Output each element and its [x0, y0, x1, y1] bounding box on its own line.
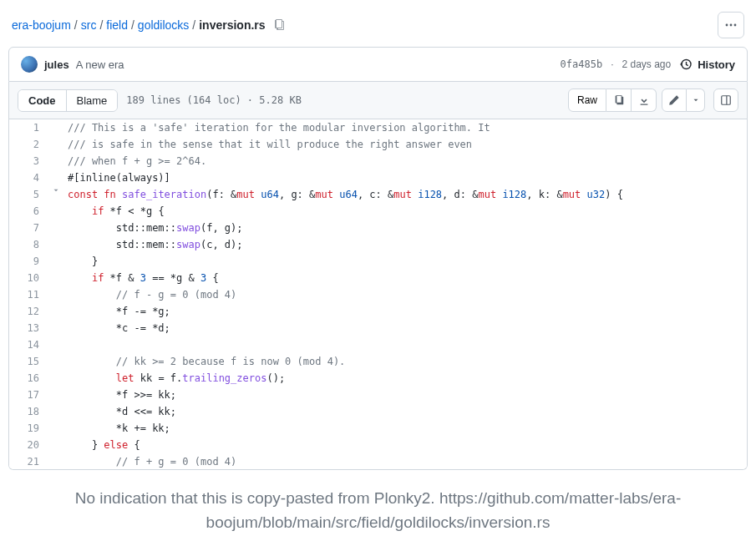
line-number[interactable]: 6 — [9, 203, 49, 220]
code-content: let kk = f.trailing_zeros(); — [63, 370, 747, 387]
breadcrumb-repo[interactable]: era-boojum — [12, 18, 71, 32]
svg-rect-4 — [722, 96, 731, 105]
commit-age: 2 days ago — [622, 58, 671, 70]
line-number[interactable]: 13 — [9, 320, 49, 336]
line-number[interactable]: 7 — [9, 220, 49, 236]
code-content: if *f < *g { — [63, 203, 747, 220]
line-number[interactable]: 17 — [9, 387, 49, 403]
line-number[interactable]: 9 — [9, 253, 49, 270]
code-content: if *f & 3 == *g & 3 { — [63, 270, 747, 286]
breadcrumb-src[interactable]: src — [81, 18, 97, 32]
code-line[interactable]: 18 *d <<= kk; — [9, 403, 747, 420]
line-number[interactable]: 19 — [9, 420, 49, 437]
code-tab[interactable]: Code — [18, 90, 66, 111]
breadcrumb-file: inversion.rs — [199, 18, 265, 32]
more-menu-button[interactable] — [718, 12, 744, 38]
code-content: const fn safe_iteration(f: &mut u64, g: … — [63, 186, 747, 203]
line-number[interactable]: 14 — [9, 336, 49, 353]
edit-file-icon[interactable] — [662, 88, 687, 112]
code-line[interactable]: 12 *f -= *g; — [9, 303, 747, 320]
line-number[interactable]: 2 — [9, 136, 49, 153]
code-content: } — [63, 253, 747, 270]
line-number[interactable]: 11 — [9, 286, 49, 303]
code-content: *d <<= kk; — [63, 403, 747, 420]
line-number[interactable]: 18 — [9, 403, 49, 420]
breadcrumb: era-boojum / src / field / goldilocks / … — [12, 18, 286, 32]
code-content: #[inline(always)] — [63, 169, 747, 186]
line-number[interactable]: 3 — [9, 153, 49, 169]
code-content: *f >>= kk; — [63, 387, 747, 403]
view-toggle: Code Blame — [18, 89, 118, 112]
code-line[interactable]: 4#[inline(always)] — [9, 169, 747, 186]
line-number[interactable]: 4 — [9, 169, 49, 186]
code-viewer[interactable]: 1/// This is a 'safe' iteration for the … — [8, 119, 748, 470]
code-line[interactable]: 15 // kk >= 2 because f is now 0 (mod 4)… — [9, 353, 747, 370]
raw-button[interactable]: Raw — [568, 88, 606, 112]
line-number[interactable]: 5 — [9, 186, 49, 203]
breadcrumb-goldilocks[interactable]: goldilocks — [138, 18, 189, 32]
code-content: // f + g = 0 (mod 4) — [63, 453, 747, 470]
line-number[interactable]: 16 — [9, 370, 49, 387]
copy-raw-icon[interactable] — [606, 88, 632, 112]
history-label: History — [698, 58, 735, 71]
code-line[interactable]: 6 if *f < *g { — [9, 203, 747, 220]
commit-author[interactable]: jules — [44, 58, 69, 71]
breadcrumb-sep: / — [74, 18, 78, 32]
code-line[interactable]: 16 let kk = f.trailing_zeros(); — [9, 370, 747, 387]
blame-tab[interactable]: Blame — [66, 90, 118, 111]
breadcrumb-sep: / — [99, 18, 103, 32]
code-line[interactable]: 2/// is safe in the sense that it will p… — [9, 136, 747, 153]
code-content: *k += kk; — [63, 420, 747, 437]
line-number[interactable]: 12 — [9, 303, 49, 320]
line-number[interactable]: 20 — [9, 437, 49, 453]
code-line[interactable]: 19 *k += kk; — [9, 420, 747, 437]
code-content: /// This is a 'safe' iteration for the m… — [63, 119, 747, 136]
file-toolbar: Code Blame 189 lines (164 loc) · 5.28 KB… — [8, 82, 748, 119]
code-line[interactable]: 21 // f + g = 0 (mod 4) — [9, 453, 747, 470]
code-line[interactable]: 3/// when f + g >= 2^64. — [9, 153, 747, 169]
line-number[interactable]: 15 — [9, 353, 49, 370]
code-line[interactable]: 10 if *f & 3 == *g & 3 { — [9, 270, 747, 286]
latest-commit-bar: jules A new era 0fa485b · 2 days ago His… — [8, 47, 748, 82]
code-line[interactable]: 20 } else { — [9, 437, 747, 453]
svg-point-0 — [726, 24, 728, 27]
code-content: std::mem::swap(f, g); — [63, 220, 747, 236]
code-line[interactable]: 1/// This is a 'safe' iteration for the … — [9, 119, 747, 136]
fold-chevron-icon[interactable] — [49, 186, 63, 195]
code-line[interactable]: 9 } — [9, 253, 747, 270]
code-content: std::mem::swap(c, d); — [63, 236, 747, 253]
code-content: *f -= *g; — [63, 303, 747, 320]
code-content: /// is safe in the sense that it will pr… — [63, 136, 747, 153]
breadcrumb-sep: / — [131, 18, 134, 32]
caption-text: No indication that this is copy-pasted f… — [8, 470, 748, 536]
line-number[interactable]: 10 — [9, 270, 49, 286]
code-line[interactable]: 14 — [9, 336, 747, 353]
breadcrumb-field[interactable]: field — [106, 18, 128, 32]
code-content: } else { — [63, 437, 747, 453]
code-line[interactable]: 17 *f >>= kk; — [9, 387, 747, 403]
line-number[interactable]: 1 — [9, 119, 49, 136]
code-line[interactable]: 11 // f - g = 0 (mod 4) — [9, 286, 747, 303]
line-number[interactable]: 8 — [9, 236, 49, 253]
download-raw-icon[interactable] — [632, 88, 657, 112]
code-content: // f - g = 0 (mod 4) — [63, 286, 747, 303]
code-line[interactable]: 7 std::mem::swap(f, g); — [9, 220, 747, 236]
svg-point-1 — [730, 24, 733, 27]
code-line[interactable]: 8 std::mem::swap(c, d); — [9, 236, 747, 253]
code-line[interactable]: 5const fn safe_iteration(f: &mut u64, g:… — [9, 186, 747, 203]
avatar[interactable] — [21, 56, 38, 73]
commit-dot: · — [611, 58, 613, 70]
code-line[interactable]: 13 *c -= *d; — [9, 320, 747, 336]
edit-menu-caret-icon[interactable] — [687, 88, 705, 112]
symbols-panel-icon[interactable] — [713, 88, 738, 112]
svg-point-2 — [734, 24, 737, 27]
breadcrumb-sep: / — [192, 18, 195, 32]
file-info: 189 lines (164 loc) · 5.28 KB — [126, 94, 302, 106]
line-number[interactable]: 21 — [9, 453, 49, 470]
commit-sha[interactable]: 0fa485b — [561, 58, 603, 70]
code-content: *c -= *d; — [63, 320, 747, 336]
history-button[interactable]: History — [679, 58, 735, 71]
code-content: /// when f + g >= 2^64. — [63, 153, 747, 169]
commit-message[interactable]: A new era — [76, 58, 124, 71]
copy-path-icon[interactable] — [272, 18, 286, 32]
